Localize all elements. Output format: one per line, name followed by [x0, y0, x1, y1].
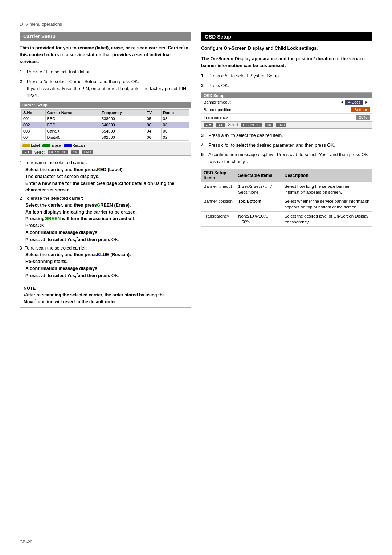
desc-transparency-description: Select the desired level of On-Screen Di… [282, 212, 372, 227]
osd-banner-timeout-value: 4 Secs [345, 100, 363, 105]
carrier-setup-column: Carrier Setup This is provided for you t… [20, 32, 191, 308]
carrier-setup-ui-box: Carrier Setup S.No Carrier Name Frequenc… [20, 102, 191, 156]
osd-dtv-menu-button: DTV MENU [241, 123, 262, 127]
sub-step-1: 1 To rename the selected carrier: Select… [20, 159, 191, 194]
osd-banner-position-value: Bottom [351, 107, 370, 112]
osd-step-2-num: 2 [201, 82, 206, 89]
note-box: NOTE •After re-scanning the selected car… [20, 283, 191, 308]
osd-step-5-content: A confirmation message displays. Press c… [208, 151, 372, 165]
step-2-content: Press a /b to select Carrier Setup , and… [27, 78, 191, 99]
col-radio: Radio [161, 110, 189, 116]
col-sno: S.No [22, 110, 46, 116]
osd-step-3: 3 Press a /b to select the desired item. [201, 132, 372, 139]
osd-banner-position-label: Banner position [204, 108, 351, 112]
sub-step-3-num: 3 [20, 245, 22, 251]
osd-ok-button: OK [265, 123, 273, 127]
osd-step-3-num: 3 [201, 132, 206, 139]
desc-col-description: Description [282, 169, 372, 182]
osd-intro-bold: The On-Screen Display appearance and the… [201, 56, 365, 68]
table-row: 004Digital55925000602 [22, 134, 189, 141]
osd-right-arrow-icon: ► [364, 100, 369, 105]
carrier-setup-title: Carrier Setup [20, 32, 191, 41]
rescan-button-text: Rescan [73, 143, 85, 147]
osd-step-1-content: Press c /d to select System Setup . [208, 73, 372, 80]
carrier-step-1: 1 Press c /d to select Installation . [20, 69, 191, 76]
carrier-steps-list: 1 Press c /d to select Installation . 2 … [20, 69, 191, 99]
sub-step-1-bold: Select the carrier, and then pressRED (L… [25, 167, 124, 179]
sub-step-2: 2 To erase the selected carrier: Select … [20, 195, 191, 243]
table-row: 003Canal+5540000400 [22, 128, 189, 134]
desc-banner-position-item: Banner position [201, 197, 236, 211]
desc-row-banner-position: Banner position Top/Bottom Select whethe… [201, 197, 372, 211]
desc-col-selectable: Selectable items [236, 169, 282, 182]
osd-banner-timeout-label: Banner timeout [204, 100, 339, 104]
note-title: NOTE [24, 285, 187, 292]
dtv-menu-button: DTV MENU [48, 150, 68, 154]
sub-step-3: 3 To re-scan the selected carrier: Selec… [20, 245, 191, 279]
osd-configure-bold: Configure On-Screen Display and Child Lo… [201, 46, 318, 51]
rescan-button-color [64, 144, 72, 147]
osd-step-5-num: 5 [201, 151, 206, 165]
desc-banner-timeout-selectable: 1 Sec/2 Secs/ ... 7 Secs/None [236, 182, 282, 197]
sub-step-2-bold3: Press [25, 237, 38, 242]
osd-row-banner-timeout: Banner timeout ◄ 4 Secs ► [201, 98, 372, 106]
desc-transparency-item: Transparency [201, 212, 236, 227]
desc-banner-position-selectable-bold: Top/Bottom [238, 199, 261, 203]
desc-row-banner-timeout: Banner timeout 1 Sec/2 Secs/ ... 7 Secs/… [201, 182, 372, 197]
ok-button: OK [71, 150, 79, 154]
osd-ui-title: OSD Setup [201, 93, 372, 98]
carrier-sub-steps: 1 To rename the selected carrier: Select… [20, 159, 191, 279]
table-row: 001BBC5380000503 [22, 116, 189, 122]
label-button-group: Label [22, 143, 40, 147]
osd-step-2: 2 Press OK. [201, 82, 372, 89]
osd-setup-intro-main: The On-Screen Display appearance and the… [201, 56, 372, 69]
sub-step-3-bold3: to select Yes,"and then press [48, 273, 110, 278]
osd-setup-intro-configure: Configure On-Screen Display and Child Lo… [201, 45, 372, 52]
note-text: •After re-scanning the selected carrier,… [24, 292, 187, 305]
sub-step-3-bold1: Select the carrier, and then pressBLUE (… [25, 252, 131, 271]
desc-table-header: OSD Setup items Selectable items Descrip… [201, 169, 372, 182]
label-button-color [22, 144, 30, 147]
osd-lr-arrow-icon: ◄► [216, 123, 225, 127]
desc-transparency-selectable: None/10%/20%/ ...50% [236, 212, 282, 227]
osd-transparency-label: Transparency [204, 115, 356, 119]
step-1-num: 1 [20, 69, 25, 76]
osd-end-button: END [276, 123, 286, 127]
desc-banner-timeout-item: Banner timeout [201, 182, 236, 197]
osd-transparency-value: 20% [356, 115, 370, 120]
carrier-setup-intro: This is provided for you to rename (labe… [20, 44, 191, 65]
osd-row-transparency: Transparency 20% [201, 114, 372, 121]
osd-steps2-list: 3 Press a /b to select the desired item.… [201, 132, 372, 165]
osd-step-4: 4 Press c /d to select the desired param… [201, 142, 372, 149]
arrow-icon: ▲▼ [22, 150, 32, 154]
sub-step-2-bold4: to select Yes,"and then press [48, 237, 110, 242]
sub-step-1-bold2: Enter a new name for the carrier. See pa… [25, 181, 175, 193]
osd-step-2-content: Press OK. [208, 82, 372, 89]
step-2-num: 2 [20, 78, 25, 99]
sub-step-2-bold1: Select the carrier, and then pressGREEN … [25, 203, 137, 228]
erase-button-color [42, 144, 50, 147]
osd-ui-box: OSD Setup Banner timeout ◄ 4 Secs ► Bann… [201, 92, 372, 129]
desc-banner-position-selectable: Top/Bottom [236, 197, 282, 211]
desc-col-item: OSD Setup items [201, 169, 236, 182]
erase-button-group: Erase [42, 143, 61, 147]
col-carrier-name: Carrier Name [45, 110, 100, 116]
osd-setup-column: OSD Setup Configure On-Screen Display an… [201, 32, 372, 308]
carrier-setup-intro-bold: This is provided for you to rename (labe… [20, 45, 188, 64]
carrier-bottom-bar-2: ▲▼ Select DTV MENU OK END [20, 149, 191, 155]
page-header: DTV menu operations [20, 22, 372, 27]
desc-banner-position-description: Select whether the service banner inform… [282, 197, 372, 211]
carrier-table-header-row: S.No Carrier Name Frequency TV Radio [22, 110, 189, 116]
carrier-table: S.No Carrier Name Frequency TV Radio 001… [21, 109, 189, 141]
label-button-text: Label [31, 143, 40, 147]
col-frequency: Frequency [100, 110, 145, 116]
select-label: Select [34, 150, 45, 154]
sub-step-1-num: 1 [20, 159, 22, 166]
osd-step-3-content: Press a /b to select the desired item. [208, 132, 372, 139]
osd-select-label: Select [228, 123, 238, 127]
osd-steps-list: 1 Press c /d to select System Setup . 2 … [201, 73, 372, 89]
table-row: 002BBC5460000608 [22, 122, 189, 128]
osd-left-arrow-icon: ◄ [340, 100, 344, 105]
osd-setup-title-dark: OSD Setup [201, 32, 372, 41]
carrier-setup-ui-title: Carrier Setup [20, 102, 191, 108]
